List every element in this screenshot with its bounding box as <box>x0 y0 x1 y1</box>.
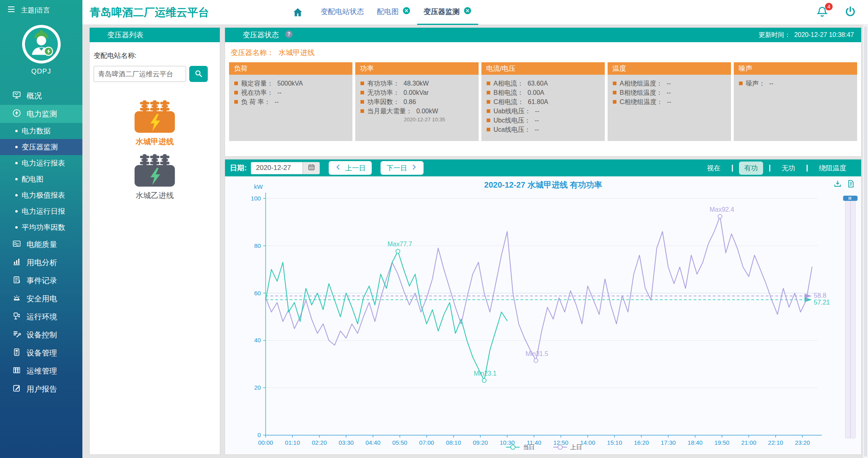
device-management-icon <box>12 348 27 359</box>
sidebar-subitem-distribution-diagram[interactable]: 配电图 <box>0 171 82 187</box>
environment-icon <box>12 311 27 323</box>
metric-card-title: 负荷 <box>229 62 352 75</box>
svg-text:Min31.5: Min31.5 <box>526 350 549 357</box>
sidebar-subitem-avg-power-factor[interactable]: 平均功率因数 <box>0 219 82 235</box>
metric-row: B相绕组温度：-- <box>613 88 729 97</box>
bullet-icon <box>487 128 490 131</box>
svg-text:Max77.7: Max77.7 <box>387 241 412 247</box>
chart-body: 2020-12-27 水城甲进线 有功功率 020406080100kW00:0… <box>225 176 861 454</box>
calendar-icon <box>307 163 315 173</box>
transformer-item[interactable]: 水城甲进线 <box>133 100 176 147</box>
sidebar-subitem-power-data[interactable]: 电力数据 <box>0 123 82 139</box>
sidebar-item-usage-analysis[interactable]: 用电分析 <box>0 254 82 272</box>
sidebar-item-overview[interactable]: 概况 <box>0 87 82 105</box>
calendar-button[interactable] <box>303 162 319 174</box>
station-search-input[interactable] <box>94 66 186 82</box>
metric-row: C相绕组温度：-- <box>613 97 729 106</box>
sidebar-item-device-control[interactable]: 设备控制 <box>0 326 82 344</box>
close-icon[interactable] <box>463 6 472 17</box>
bell-icon <box>816 12 829 19</box>
event-log-icon <box>12 275 27 286</box>
power-quality-icon <box>12 239 27 250</box>
sidebar-subitem-power-extreme-report[interactable]: 电力极值报表 <box>0 187 82 203</box>
update-time: 更新时间： 2020-12-27 10:38:47 <box>759 31 861 39</box>
bullet-icon <box>15 162 18 164</box>
menu-icon[interactable] <box>6 4 16 16</box>
svg-text:04:40: 04:40 <box>365 439 380 446</box>
sidebar-item-operations[interactable]: 运维管理 <box>0 362 82 380</box>
metric-row: A相绕组温度：-- <box>613 79 729 88</box>
overview-icon <box>12 90 27 102</box>
sidebar-subitem-transformer-monitoring[interactable]: 变压器监测 <box>0 139 82 155</box>
sidebar-item-power-quality[interactable]: 电能质量 <box>0 235 82 254</box>
transformer-list-title: 变压器列表 <box>90 28 220 42</box>
bullet-icon <box>487 100 490 104</box>
content: 变压器列表 变配电站名称: 水城甲进线水城乙进线 变压器状态 ? 更新时间： 2 <box>82 25 868 458</box>
chart-toolbar: 日期: 上一日 下一日 视在有功无功绕阻 <box>225 159 861 176</box>
bullet-icon <box>15 194 18 196</box>
transformer-name-line: 变压器名称： 水城甲进线 <box>225 42 861 57</box>
tab-station-status[interactable]: 变配电站状态 <box>314 0 371 25</box>
metric-row: 视在功率：-- <box>234 88 350 97</box>
page-scrollbar[interactable] <box>863 25 868 458</box>
svg-text:08:10: 08:10 <box>446 439 461 446</box>
notifications-button[interactable]: 4 <box>816 5 829 20</box>
chart-mode-toggle: 视在有功无功绕阻温度 <box>702 162 852 175</box>
sidebar-subitem-power-daily-report[interactable]: 电力运行日报 <box>0 203 82 219</box>
theme-language-link[interactable]: 主题|语言 <box>21 6 50 15</box>
mode-1[interactable]: 视在 <box>702 162 726 175</box>
tab-distribution-diagram[interactable]: 配电图 <box>371 0 417 25</box>
svg-text:14:00: 14:00 <box>580 439 595 446</box>
svg-text:22:10: 22:10 <box>768 439 783 446</box>
svg-text:100: 100 <box>251 195 261 202</box>
safety-icon <box>12 293 27 305</box>
svg-text:00:00: 00:00 <box>258 439 273 446</box>
transformer-item[interactable]: 水城乙进线 <box>133 153 176 201</box>
sidebar-item-environment[interactable]: 运行环境 <box>0 308 82 326</box>
next-day-button[interactable]: 下一日 <box>381 161 424 175</box>
bullet-icon <box>360 82 364 85</box>
sidebar: 主题|语言 QDPJ 概况电力监测电力数据变压器监测电力运行报表配电图电力极值报… <box>0 0 82 458</box>
transformer-list-panel: 变压器列表 变配电站名称: 水城甲进线水城乙进线 <box>89 27 220 455</box>
svg-text:60: 60 <box>254 290 261 296</box>
home-icon[interactable] <box>281 0 314 25</box>
sidebar-item-safety[interactable]: 安全用电 <box>0 290 82 308</box>
tab-transformer-monitoring[interactable]: 变压器监测 <box>417 0 478 25</box>
sidebar-item-power-monitoring[interactable]: 电力监测 <box>0 105 82 123</box>
help-icon[interactable]: ? <box>285 30 293 41</box>
sidebar-item-device-management[interactable]: 设备管理 <box>0 344 82 362</box>
sidebar-subitem-power-run-report[interactable]: 电力运行报表 <box>0 155 82 171</box>
right-panel: 变压器状态 ? 更新时间： 2020-12-27 10:38:47 变压器名称：… <box>225 27 862 455</box>
svg-text:16:20: 16:20 <box>634 439 649 446</box>
date-label: 日期: <box>230 163 247 173</box>
bullet-icon <box>613 91 616 94</box>
metric-row: 有功功率：48.30kW <box>360 79 476 88</box>
close-icon[interactable] <box>402 6 411 17</box>
metric-row: C相电流：61.80A <box>487 97 602 106</box>
separator <box>807 165 808 172</box>
svg-text:57.21: 57.21 <box>814 299 830 306</box>
mode-2[interactable]: 有功 <box>739 162 763 175</box>
date-input[interactable] <box>251 162 303 174</box>
search-button[interactable] <box>189 66 208 82</box>
metric-card: 噪声噪声：-- <box>734 62 857 141</box>
bullet-icon <box>234 82 238 85</box>
power-chart: 020406080100kW00:0001:1002:2003:3004:400… <box>225 176 861 454</box>
mode-4[interactable]: 绕阻温度 <box>814 162 852 175</box>
svg-text:18:40: 18:40 <box>688 439 702 446</box>
prev-day-button[interactable]: 上一日 <box>329 161 372 175</box>
bullet-icon <box>360 100 364 104</box>
logout-button[interactable] <box>844 5 857 20</box>
svg-text:kW: kW <box>254 183 263 190</box>
transformer-icon <box>133 129 176 135</box>
mode-3[interactable]: 无功 <box>776 162 800 175</box>
sidebar-item-event-log[interactable]: 事件记录 <box>0 272 82 290</box>
bullet-icon <box>487 119 490 122</box>
bullet-icon <box>360 91 364 94</box>
sidebar-item-user-report[interactable]: 用户报告 <box>0 380 82 398</box>
bullet-icon <box>487 109 490 113</box>
svg-text:80: 80 <box>254 242 261 249</box>
transformer-name: 水城乙进线 <box>133 190 176 201</box>
bullet-icon <box>15 226 18 229</box>
transformer-icon <box>133 182 176 189</box>
